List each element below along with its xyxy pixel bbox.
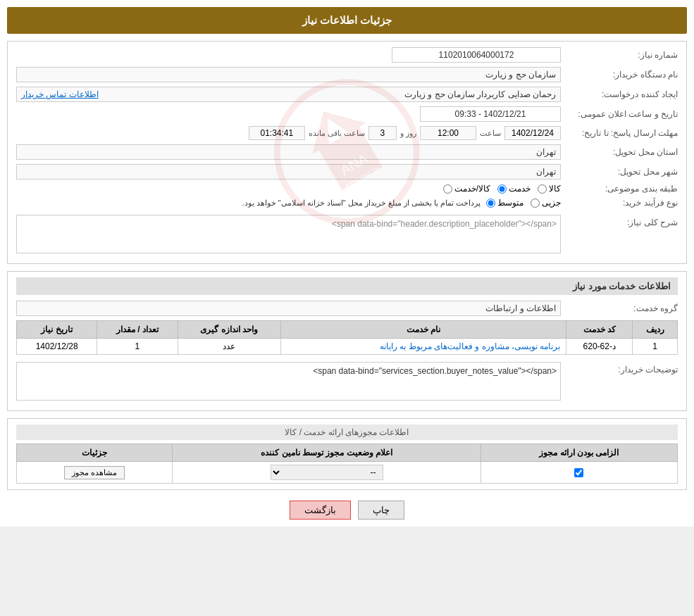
cell-quantity: 1	[97, 339, 178, 355]
purchase-type-jozi[interactable]: جزیی	[531, 198, 561, 208]
view-license-button[interactable]: مشاهده مجوز	[64, 466, 125, 479]
cell-service-code: د-62-620	[566, 339, 633, 355]
description-textarea[interactable]: <span data-bind="header.description_plac…	[16, 215, 561, 253]
col-service-code: کد خدمت	[566, 321, 633, 339]
col-license-required: الزامی بودن ارائه مجوز	[481, 444, 677, 462]
service-group-row: گروه خدمت: اطلاعات و ارتباطات	[16, 301, 678, 316]
back-button[interactable]: بازگشت	[290, 501, 351, 520]
license-row: -- مشاهده مجوز	[17, 462, 678, 484]
purchase-type-label: نوع فرآیند خرید:	[565, 198, 678, 208]
license-status-select[interactable]: --	[271, 465, 383, 480]
purchase-type-motavset[interactable]: متوسط	[486, 198, 523, 208]
purchase-type-description: پرداخت تمام یا بخشی از مبلغ خریداز محل "…	[242, 199, 481, 208]
col-unit: واحد اندازه گیری	[178, 321, 280, 339]
license-required-checkbox[interactable]	[574, 468, 583, 477]
deadline-row: مهلت ارسال پاسخ: تا تاریخ: 1402/12/24 سا…	[16, 126, 678, 140]
cell-unit: عدد	[178, 339, 280, 355]
col-quantity: تعداد / مقدار	[97, 321, 178, 339]
purchase-motavset-label: متوسط	[497, 198, 523, 208]
category-radio-kala-khedmat[interactable]: کالا/خدمت	[443, 184, 490, 194]
category-radio-khedmat[interactable]: خدمت	[497, 184, 531, 194]
purchase-jozi-label: جزیی	[542, 198, 561, 208]
city-row: شهر محل تحویل: تهران	[16, 164, 678, 180]
need-number-row: شماره نیاز:	[16, 47, 678, 63]
service-group-value: اطلاعات و ارتباطات	[16, 301, 561, 316]
cell-row-num: 1	[633, 339, 678, 355]
deadline-time-label: ساعت	[480, 129, 501, 138]
buyer-notes-row: توضیحات خریدار: <span data-bind="service…	[16, 362, 678, 401]
deadline-remaining-label: ساعت باقی مانده	[309, 129, 365, 138]
deadline-values: 1402/12/24 ساعت 12:00 روز و 3 ساعت باقی …	[16, 126, 561, 140]
need-number-label: شماره نیاز:	[565, 50, 678, 60]
purchase-type-row: نوع فرآیند خرید: جزیی متوسط پرداخت تمام …	[16, 198, 678, 208]
category-label: طبقه بندی موضوعی:	[565, 184, 678, 194]
description-row: شرح کلی نیاز: <span data-bind="header.de…	[16, 215, 678, 253]
province-value: تهران	[16, 144, 561, 160]
buyer-notes-label: توضیحات خریدار:	[565, 365, 678, 375]
category-radio-both-input[interactable]	[443, 184, 452, 194]
cell-service-name[interactable]: برنامه نویسی، مشاوره و فعالیت‌های مربوط …	[280, 339, 566, 355]
category-khedmat-label: خدمت	[509, 184, 531, 194]
requester-contact-link[interactable]: اطلاعات تماس خریدار	[21, 89, 99, 99]
category-row: طبقه بندی موضوعی: کالا خدمت کالا/خدمت	[16, 184, 678, 194]
cell-date: 1402/12/28	[17, 339, 97, 355]
deadline-days-value: 3	[368, 126, 397, 140]
deadline-remaining-value: 01:34:41	[249, 126, 305, 140]
col-date: تاریخ نیاز	[17, 321, 97, 339]
services-section: اطلاعات خدمات مورد نیاز گروه خدمت: اطلاع…	[7, 271, 687, 411]
org-name-label: نام دستگاه خریدار:	[565, 70, 678, 80]
bottom-buttons: چاپ بازگشت	[7, 501, 687, 520]
purchase-motavset-input[interactable]	[486, 199, 495, 208]
cell-license-required	[481, 462, 677, 484]
licenses-table: الزامی بودن ارائه مجوز اعلام وضعیت مجوز …	[16, 444, 678, 484]
city-value: تهران	[16, 164, 561, 180]
purchase-type-radio-group: جزیی متوسط	[486, 198, 561, 208]
announce-row: تاریخ و ساعت اعلان عمومی:	[16, 106, 678, 122]
description-label: شرح کلی نیاز:	[565, 218, 678, 227]
table-row: 1 د-62-620 برنامه نویسی، مشاوره و فعالیت…	[17, 339, 678, 355]
col-license-details: جزئیات	[17, 444, 173, 462]
service-group-label: گروه خدمت:	[565, 303, 678, 313]
col-row-num: ردیف	[633, 321, 678, 339]
org-name-value: سازمان حج و زیارت	[16, 67, 561, 82]
licenses-section-title: اطلاعات مجوزهای ارائه خدمت / کالا	[16, 425, 678, 440]
page-header: جزئیات اطلاعات نیاز	[7, 7, 687, 34]
requester-label: ایجاد کننده درخواست:	[565, 89, 678, 99]
announce-value[interactable]	[420, 106, 561, 122]
buyer-notes-textarea[interactable]: <span data-bind="services_section.buyer_…	[16, 362, 561, 401]
purchase-jozi-input[interactable]	[531, 199, 540, 208]
city-label: شهر محل تحویل:	[565, 167, 678, 177]
services-table: ردیف کد خدمت نام خدمت واحد اندازه گیری ت…	[16, 320, 678, 355]
need-number-input[interactable]	[392, 47, 561, 63]
deadline-label: مهلت ارسال پاسخ: تا تاریخ:	[565, 128, 678, 138]
category-radio-khedmat-input[interactable]	[497, 184, 507, 194]
category-radio-kala[interactable]: کالا	[538, 184, 561, 194]
page-wrapper: جزئیات اطلاعات نیاز ANA TENDER شماره نیا…	[0, 0, 694, 527]
cell-license-details: مشاهده مجوز	[17, 462, 173, 484]
services-section-title: اطلاعات خدمات مورد نیاز	[16, 277, 678, 295]
category-radio-group: کالا خدمت کالا/خدمت	[443, 184, 561, 194]
category-kala-label: کالا	[549, 184, 561, 194]
org-name-row: نام دستگاه خریدار: سازمان حج و زیارت	[16, 67, 678, 82]
cell-license-status: --	[173, 462, 481, 484]
category-kala-khedmat-label: کالا/خدمت	[454, 184, 490, 194]
deadline-days-label: روز و	[400, 129, 416, 138]
purchase-type-content: جزیی متوسط پرداخت تمام یا بخشی از مبلغ خ…	[16, 198, 561, 208]
province-label: استان محل تحویل:	[565, 147, 678, 157]
requester-value-row: رحمان صدایی کاربردار سازمان حج و زیارت ا…	[16, 87, 561, 102]
category-radio-kala-input[interactable]	[538, 184, 547, 194]
licenses-table-header: الزامی بودن ارائه مجوز اعلام وضعیت مجوز …	[17, 444, 678, 462]
services-table-header: ردیف کد خدمت نام خدمت واحد اندازه گیری ت…	[17, 321, 678, 339]
print-button[interactable]: چاپ	[358, 501, 404, 520]
licenses-section: اطلاعات مجوزهای ارائه خدمت / کالا الزامی…	[7, 418, 687, 490]
deadline-time-value: 12:00	[420, 126, 476, 140]
province-row: استان محل تحویل: تهران	[16, 144, 678, 160]
requester-row: ایجاد کننده درخواست: رحمان صدایی کاربردا…	[16, 87, 678, 102]
main-info-section: ANA TENDER شماره نیاز: نام دستگاه خریدار…	[7, 41, 687, 264]
deadline-date-value: 1402/12/24	[504, 126, 561, 140]
page-title: جزئیات اطلاعات نیاز	[302, 14, 392, 26]
requester-name: رحمان صدایی کاربردار سازمان حج و زیارت	[404, 89, 556, 99]
license-required-checkbox-area	[487, 468, 671, 477]
col-service-name: نام خدمت	[280, 321, 566, 339]
col-license-status: اعلام وضعیت مجوز توسط نامین کننده	[173, 444, 481, 462]
